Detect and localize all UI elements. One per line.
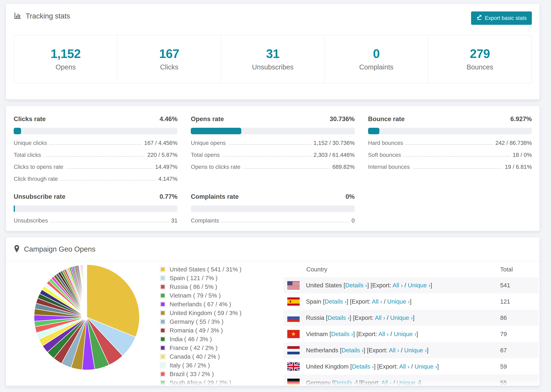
export-all-link[interactable]: All › [389, 347, 399, 354]
legend-label: Netherlands ( 67 / 4% ) [170, 301, 231, 308]
details-link[interactable]: Details › [331, 331, 353, 337]
rate-stat-value: 220 / 5.87% [147, 152, 177, 158]
export-unique-link[interactable]: Unique › [387, 298, 410, 305]
legend-label: Germany ( 55 / 3% ) [170, 318, 224, 325]
export-prefix-text: ] [Export: [350, 314, 375, 321]
legend-label: Brazil ( 33 / 2% ) [170, 371, 214, 378]
legend-item[interactable]: South Africa ( 29 / 2% ) [160, 379, 273, 386]
tracking-stats-header: Tracking stats [6, 4, 540, 20]
tracking-stats-card: Tracking stats Export basic stats 1,152 … [6, 4, 540, 100]
legend-item[interactable]: Vietnam ( 79 / 5% ) [160, 292, 273, 299]
rate-stat-label: Soft bounces [368, 152, 401, 158]
export-prefix-text: ] [Export: [364, 347, 389, 354]
legend-item[interactable]: Germany ( 55 / 3% ) [160, 318, 273, 325]
legend-item[interactable]: Romania ( 49 / 3% ) [160, 327, 273, 334]
export-all-link[interactable]: All › [375, 314, 385, 321]
rate-stat-row: Unique opens 1,152 / 30.736% [191, 140, 354, 146]
export-unique-link[interactable]: Unique › [414, 363, 437, 370]
legend-item[interactable]: Netherlands ( 67 / 4% ) [160, 301, 273, 308]
rate-progress-fill [191, 128, 241, 134]
rate-stat-label: Click through rate [14, 176, 58, 182]
export-basic-stats-button[interactable]: Export basic stats [471, 11, 532, 25]
bracket-close-text: ] [427, 347, 429, 354]
us-flag-icon [287, 281, 300, 289]
geo-table-row-de: Germany [Details ›] [Export: All › / Uni… [283, 375, 538, 386]
dotted-leader [66, 168, 153, 169]
details-link[interactable]: Details › [325, 298, 346, 305]
legend-item[interactable]: India ( 46 / 3% ) [160, 336, 273, 343]
country-total: 86 [500, 314, 507, 321]
legend-item[interactable]: Canada ( 40 / 2% ) [160, 353, 273, 360]
rate-stat-label: Internal bounces [368, 164, 410, 170]
stat-box-complaints: 0 Complaints [325, 35, 428, 83]
export-all-link[interactable]: All › [399, 363, 410, 370]
rate-title: Complaints rate [191, 193, 239, 200]
country-row-text: United Kingdom [Details ›] [Export: All … [306, 363, 439, 370]
export-unique-link[interactable]: Unique › [408, 282, 430, 288]
bracket-close-text: ] [413, 314, 414, 321]
rate-progress-fill [14, 128, 21, 134]
export-unique-link[interactable]: Unique › [396, 379, 419, 386]
rate-progress-track [191, 128, 354, 134]
rate-progress-track [191, 205, 354, 212]
rate-percent: 0% [346, 193, 354, 200]
details-link[interactable]: Details › [334, 379, 356, 386]
legend-item[interactable]: Italy ( 36 / 2% ) [160, 362, 273, 369]
rate-progress-track [368, 128, 532, 134]
export-button-label: Export basic stats [485, 15, 527, 21]
gb-flag-icon [287, 362, 300, 371]
geo-table-row-vn: Vietnam [Details ›] [Export: All › / Uni… [283, 326, 538, 342]
dotted-leader [43, 156, 145, 157]
geo-table-body: United States [Details ›] [Export: All ›… [283, 277, 538, 386]
table-header-country: Country [306, 266, 327, 273]
stat-value: 279 [470, 48, 490, 60]
bracket-text: [ [340, 347, 342, 354]
legend-label: Vietnam ( 79 / 5% ) [170, 292, 221, 299]
legend-label: United Kingdom ( 59 / 3% ) [170, 309, 241, 316]
rate-stat-value: 0 [352, 217, 354, 224]
rate-percent: 6.927% [510, 115, 532, 123]
export-prefix-text: ] [Export: [367, 282, 393, 288]
legend-item[interactable]: Russia ( 86 / 5% ) [160, 283, 273, 290]
legend-item[interactable]: France ( 42 / 2% ) [160, 344, 273, 351]
rate-stat-row: Click through rate 4.147% [14, 176, 177, 182]
rate-stat-row: Clicks to opens rate 14.497% [14, 164, 177, 170]
rate-block-complaints-rate: Complaints rate 0% Complaints 0 [191, 193, 354, 224]
export-all-link[interactable]: All › [393, 282, 403, 288]
rates-grid: Clicks rate 4.46% Unique clicks 167 / 4.… [6, 106, 540, 224]
export-unique-link[interactable]: Unique › [390, 314, 413, 321]
rate-stat-row: Total opens 2,303 / 61.446% [191, 152, 354, 158]
legend-item[interactable]: Brazil ( 33 / 2% ) [160, 371, 273, 378]
geo-opens-table: Country Total United States [Details ›] … [283, 263, 538, 386]
rate-stat-row: Hard bounces 242 / 86.738% [368, 140, 532, 146]
country-name: United Kingdom [306, 363, 349, 370]
export-unique-link[interactable]: Unique › [394, 331, 416, 337]
rate-stat-value: 689.82% [332, 164, 354, 170]
export-all-link[interactable]: All › [381, 379, 391, 386]
rate-title-row: Unsubscribe rate 0.77% [14, 193, 177, 200]
legend-item[interactable]: Spain ( 121 / 7% ) [160, 275, 273, 281]
rate-stat-value: 167 / 4.456% [144, 140, 178, 146]
rate-block-opens-rate: Opens rate 30.736% Unique opens 1,152 / … [191, 115, 354, 182]
details-link[interactable]: Details › [327, 314, 349, 321]
details-link[interactable]: Details › [342, 347, 363, 354]
stat-label: Bounces [467, 63, 493, 71]
export-icon [476, 14, 482, 22]
legend-swatch [160, 284, 165, 290]
dotted-leader [221, 222, 349, 222]
nl-flag-icon [287, 346, 300, 354]
legend-item[interactable]: United Kingdom ( 59 / 3% ) [160, 309, 273, 316]
rate-stat-row: Total clicks 220 / 5.87% [14, 152, 177, 158]
separator-text: / [403, 282, 408, 288]
export-unique-link[interactable]: Unique › [404, 347, 427, 354]
bracket-close-text: ] [431, 282, 432, 288]
legend-item[interactable]: United States ( 541 / 31% ) [160, 266, 273, 273]
rate-stat-value: 1,152 / 30.736% [313, 140, 354, 146]
export-all-link[interactable]: All › [378, 331, 389, 337]
export-all-link[interactable]: All › [372, 298, 382, 305]
details-link[interactable]: Details › [345, 282, 367, 288]
rate-stat-label: Clicks to opens rate [14, 164, 63, 170]
details-link[interactable]: Details › [352, 363, 374, 370]
stat-box-unsubscribes: 31 Unsubscribes [221, 35, 325, 83]
export-prefix-text: ] [Export: [374, 363, 399, 370]
